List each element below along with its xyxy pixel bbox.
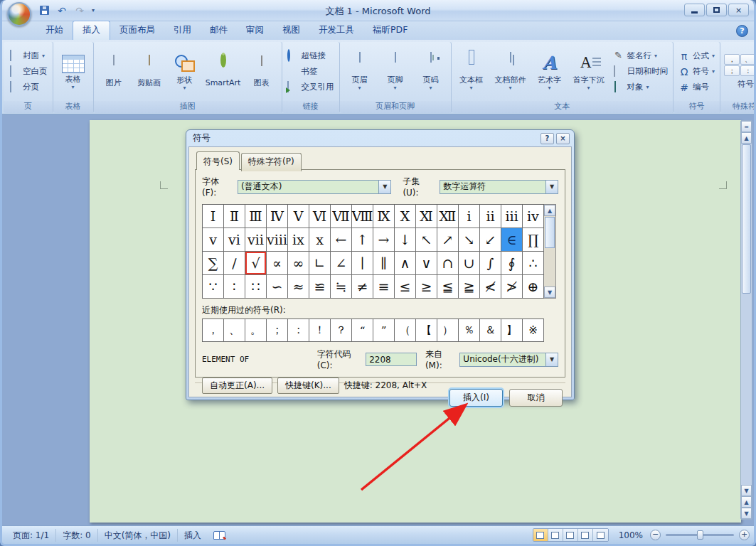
scroll-up-icon[interactable]: ▲ (741, 132, 752, 144)
print-layout-view-button[interactable] (533, 529, 548, 541)
symbol-cell[interactable]: Ⅵ (309, 205, 331, 228)
shortcut-key-button[interactable]: 快捷键(K)... (277, 378, 339, 394)
symbol-cell[interactable]: ∏ (523, 228, 544, 252)
symbol-cell[interactable]: ∪ (459, 252, 480, 275)
dialog-titlebar[interactable]: 符号 ? × (188, 130, 572, 146)
tab-insert[interactable]: 插入 (73, 21, 110, 40)
symbol-cell[interactable]: ≮ (480, 275, 501, 299)
symbol-cell[interactable]: ≤ (395, 275, 416, 299)
full-screen-view-button[interactable] (548, 529, 563, 541)
tab-mailings[interactable]: 邮件 (201, 21, 237, 40)
blank-page-button[interactable]: 空白页 (6, 64, 50, 79)
number-button[interactable]: # 编号 (676, 80, 712, 95)
symbol-cell[interactable]: Ⅲ (245, 205, 267, 228)
symbol-cell[interactable]: ⅹ (309, 228, 331, 252)
symbol-grid-scrollbar[interactable]: ▲ ▼ (544, 204, 556, 299)
tab-home[interactable]: 开始 (36, 21, 73, 40)
symbol-cell[interactable]: Ⅸ (373, 205, 395, 228)
text-box-button[interactable]: 文本框 ▾ (454, 50, 489, 93)
word-count[interactable]: 字数: 0 (56, 529, 98, 542)
scroll-down-icon[interactable]: ▼ (741, 485, 752, 496)
punctuation-button[interactable]: ， (724, 54, 740, 65)
scrollbar-thumb[interactable] (742, 144, 751, 294)
tab-special-characters[interactable]: 特殊字符(P) (241, 153, 302, 171)
recent-symbol-cell[interactable]: ） (437, 319, 459, 342)
subset-combobox[interactable]: 数字运算符 ▼ (440, 180, 558, 194)
punctuation-button[interactable]: ； (724, 65, 740, 76)
wordart-button[interactable]: A 艺术字 ▾ (532, 50, 568, 93)
help-button[interactable]: ? (736, 25, 748, 37)
symbol-cell[interactable]: ≠ (352, 275, 373, 299)
symbol-cell[interactable]: Ⅹ (395, 205, 416, 228)
symbol-cell[interactable]: Ⅳ (267, 205, 288, 228)
maximize-button[interactable] (706, 4, 727, 16)
symbol-cell[interactable]: ∶ (224, 275, 245, 299)
symbol-cell[interactable]: Ⅺ (416, 205, 437, 228)
tab-review[interactable]: 审阅 (237, 21, 273, 40)
tab-symbols[interactable]: 符号(S) (196, 151, 240, 170)
dialog-close-button[interactable]: × (556, 133, 570, 144)
page-indicator[interactable]: 页面: 1/1 (6, 529, 56, 542)
zoom-in-button[interactable]: + (739, 530, 750, 540)
recent-symbol-cell[interactable]: （ (395, 319, 416, 342)
symbol-cell[interactable]: Ⅰ (203, 205, 224, 228)
next-page-button[interactable]: ▼ (741, 508, 752, 519)
symbol-cell[interactable]: ∧ (395, 252, 416, 275)
object-button[interactable]: 对象 ▾ (610, 80, 652, 95)
shapes-button[interactable]: 形状 ▾ (167, 50, 203, 93)
scrollbar-thumb[interactable] (545, 217, 555, 248)
symbol-cell[interactable]: ∮ (501, 252, 523, 275)
punctuation-button[interactable]: 、 (740, 54, 756, 65)
symbol-cell[interactable]: ∴ (523, 252, 544, 275)
symbol-cell[interactable]: ≈ (288, 275, 309, 299)
picture-button[interactable]: 图片 (96, 53, 132, 90)
symbol-cell[interactable]: ∩ (437, 252, 459, 275)
office-button[interactable] (7, 2, 31, 26)
page-number-button[interactable]: 页码 ▾ (413, 50, 449, 93)
drop-cap-button[interactable]: A 首字下沉 ▾ (568, 50, 610, 93)
equation-button[interactable]: π 公式 ▾ (676, 48, 718, 63)
symbol-cell[interactable]: Ⅴ (288, 205, 309, 228)
recent-symbol-cell[interactable]: ； (267, 319, 288, 342)
footer-button[interactable]: 页脚 ▾ (378, 50, 413, 93)
page-break-button[interactable]: 分页 (6, 80, 42, 95)
symbol-cell[interactable]: ≥ (416, 275, 437, 299)
symbol-cell[interactable]: ∥ (373, 252, 395, 275)
tab-view[interactable]: 视图 (273, 21, 309, 40)
symbol-cell[interactable]: ∵ (203, 275, 224, 299)
recent-symbol-cell[interactable]: 】 (501, 319, 523, 342)
recent-symbol-cell[interactable]: ※ (523, 319, 544, 342)
tab-references[interactable]: 引用 (164, 21, 201, 40)
symbol-cell[interactable]: ↗ (437, 228, 459, 252)
symbol-cell[interactable]: ∈ (501, 228, 523, 252)
symbol-cell[interactable]: ≦ (437, 275, 459, 299)
symbol-cell[interactable]: ∠ (331, 252, 352, 275)
symbol-cell[interactable]: ⅷ (267, 228, 288, 252)
chevron-down-icon[interactable]: ▼ (378, 181, 390, 193)
chart-button[interactable]: 图表 (244, 53, 279, 90)
symbol-cell[interactable]: ⅵ (224, 228, 245, 252)
symbol-cell[interactable]: ∽ (267, 275, 288, 299)
recent-symbol-cell[interactable]: ， (203, 319, 224, 342)
hyperlink-button[interactable]: 超链接 (284, 48, 329, 63)
draft-view-button[interactable] (593, 529, 608, 541)
symbol-cell[interactable]: ≡ (373, 275, 395, 299)
bookmark-button[interactable]: 书签 (284, 64, 321, 79)
symbol-cell[interactable]: ↑ (352, 228, 373, 252)
symbol-cell[interactable]: Ⅱ (224, 205, 245, 228)
symbol-cell[interactable]: Ⅶ (331, 205, 352, 228)
recent-symbol-cell[interactable]: ： (288, 319, 309, 342)
outline-view-button[interactable] (578, 529, 593, 541)
punctuation-button[interactable]: ： (740, 65, 756, 76)
autocorrect-button[interactable]: 自动更正(A)... (202, 378, 272, 394)
symbol-cell[interactable]: ≌ (309, 275, 331, 299)
symbol-cell[interactable]: ≯ (501, 275, 523, 299)
symbol-cell[interactable]: ⅱ (480, 205, 501, 228)
date-time-button[interactable]: 日期和时间 (610, 64, 671, 79)
clipart-button[interactable]: 剪贴画 (132, 53, 167, 90)
recent-symbol-cell[interactable]: “ (352, 319, 373, 342)
chevron-down-icon[interactable]: ▼ (545, 353, 558, 366)
symbol-cell[interactable]: ⊕ (523, 275, 544, 299)
symbol-cell[interactable]: → (373, 228, 395, 252)
cross-reference-button[interactable]: 交叉引用 (284, 80, 337, 95)
